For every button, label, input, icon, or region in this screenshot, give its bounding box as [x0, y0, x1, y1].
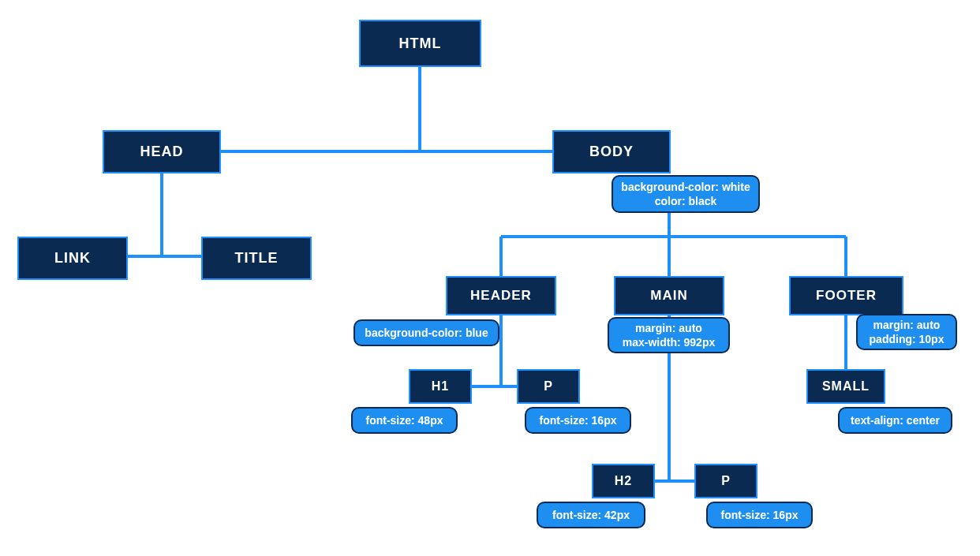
- node-body: BODY: [552, 130, 671, 174]
- style-text: font-size: 16px: [720, 508, 798, 522]
- node-html: HTML: [359, 20, 481, 67]
- node-main: MAIN: [614, 276, 724, 315]
- node-header: HEADER: [446, 276, 556, 315]
- style-text: font-size: 16px: [539, 413, 616, 427]
- style-h1: font-size: 48px: [351, 407, 458, 434]
- node-label: HEADER: [470, 288, 532, 304]
- node-label: H2: [615, 474, 632, 488]
- style-header: background-color: blue: [353, 319, 499, 346]
- style-footer: margin: auto padding: 10px: [856, 314, 957, 350]
- style-p-header: font-size: 16px: [525, 407, 631, 434]
- style-text: font-size: 42px: [552, 508, 630, 522]
- node-label: HEAD: [140, 144, 183, 160]
- node-label: SMALL: [822, 379, 870, 394]
- node-label: TITLE: [235, 250, 279, 267]
- node-label: MAIN: [650, 288, 687, 304]
- style-main: margin: auto max-width: 992px: [608, 317, 730, 353]
- node-p-header: P: [517, 369, 580, 404]
- style-text: background-color: white color: black: [621, 180, 750, 208]
- node-label: P: [544, 379, 553, 394]
- diagram-stage: HTML HEAD BODY background-color: white c…: [0, 0, 980, 556]
- style-small: text-align: center: [838, 407, 952, 434]
- style-text: background-color: blue: [365, 326, 488, 340]
- node-label: FOOTER: [816, 288, 877, 304]
- node-label: P: [721, 474, 731, 488]
- style-text: font-size: 48px: [365, 413, 443, 427]
- node-h1: H1: [409, 369, 472, 404]
- node-label: H1: [432, 379, 449, 394]
- node-label: LINK: [54, 250, 91, 267]
- style-h2: font-size: 42px: [537, 502, 645, 528]
- style-text: margin: auto max-width: 992px: [623, 321, 715, 349]
- node-p-main: P: [694, 464, 757, 498]
- node-footer: FOOTER: [789, 276, 903, 315]
- node-link: LINK: [17, 237, 128, 280]
- node-small: SMALL: [806, 369, 885, 404]
- node-label: BODY: [589, 144, 634, 160]
- style-p-main: font-size: 16px: [706, 502, 813, 528]
- style-text: margin: auto padding: 10px: [870, 318, 944, 346]
- node-head: HEAD: [103, 130, 221, 174]
- node-label: HTML: [399, 35, 442, 52]
- node-h2: H2: [592, 464, 655, 498]
- style-body: background-color: white color: black: [612, 175, 760, 213]
- style-text: text-align: center: [851, 413, 940, 427]
- node-title: TITLE: [201, 237, 312, 280]
